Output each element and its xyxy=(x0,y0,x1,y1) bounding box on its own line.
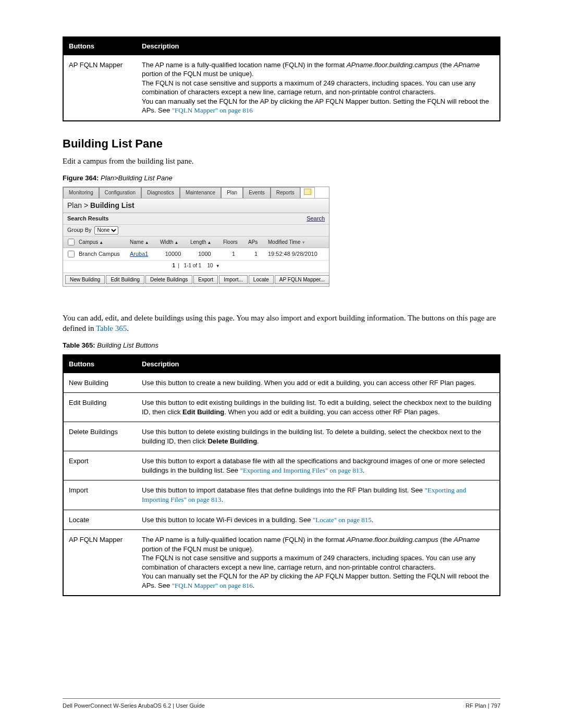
col-campus[interactable]: Campus▲ xyxy=(77,238,128,247)
text-italic: APname xyxy=(454,536,480,544)
tab-reports[interactable]: Reports xyxy=(271,187,300,198)
text-fragment: Use this button to locate Wi-Fi devices … xyxy=(142,516,313,524)
table-row: AP FQLN Mapper The AP name is a fully-qu… xyxy=(63,55,500,121)
figure-364-caption: Figure 364: Plan>Building List Pane xyxy=(63,174,500,183)
pager: 1 | 1-1 of 1 10 ▼ xyxy=(63,261,329,273)
table-row: Edit Building Use this button to edit ex… xyxy=(63,393,500,422)
text-fragment: . xyxy=(257,437,259,445)
section-intro: Edit a campus from the building list pan… xyxy=(63,156,500,166)
fqln-mapper-link[interactable]: "FQLN Mapper" on page 816 xyxy=(172,106,253,114)
cell-button-label: Delete Buildings xyxy=(63,422,137,451)
flag-icon xyxy=(304,189,311,195)
desc-fragment: The AP name is a fully-qualified locatio… xyxy=(142,61,347,69)
col-modified-time[interactable]: Modified Time▼ xyxy=(266,238,327,247)
text-fragment: The FQLN is not case sensitive and suppo… xyxy=(142,554,475,571)
text-fragment: . xyxy=(363,466,365,474)
page-title: Plan > Building List xyxy=(63,198,329,213)
plan-building-list-screenshot: Monitoring Configuration Diagnostics Mai… xyxy=(63,187,329,287)
footer-right: RF Plan | 797 xyxy=(466,702,500,710)
table-row: Export Use this button to export a datab… xyxy=(63,451,500,480)
tab-monitoring[interactable]: Monitoring xyxy=(63,187,99,198)
caption-italic: Plan>Building List Pane xyxy=(101,174,173,182)
cell-button-label: AP FQLN Mapper xyxy=(63,530,137,596)
cell-aps: 1 xyxy=(246,249,266,259)
table-row: Delete Buildings Use this button to dele… xyxy=(63,422,500,451)
locate-button[interactable]: Locate xyxy=(249,275,274,284)
table-row: Branch Campus Aruba1 10000 1000 1 1 19:5… xyxy=(63,248,329,261)
table-row: AP FQLN Mapper The AP name is a fully-qu… xyxy=(63,530,500,596)
cell-button-label: Import xyxy=(63,480,137,510)
tab-flag[interactable] xyxy=(300,187,315,198)
mid-paragraph: You can add, edit, and delete buildings … xyxy=(63,313,500,334)
import-button[interactable]: Import... xyxy=(219,275,248,284)
text-fragment: Use this button to delete existing build… xyxy=(142,428,481,445)
caption-bold: Figure 364: xyxy=(63,174,99,182)
sort-asc-icon: ▲ xyxy=(207,240,212,245)
tab-diagnostics[interactable]: Diagnostics xyxy=(141,187,180,198)
desc-fragment: portion of the FQLN must be unique). xyxy=(142,70,254,78)
group-by-select[interactable]: None xyxy=(94,226,118,235)
cell-modified: 19:52:48 9/28/2010 xyxy=(266,249,327,259)
pager-current: 1 xyxy=(172,263,175,268)
col-buttons: Buttons xyxy=(63,355,137,373)
chevron-down-icon[interactable]: ▼ xyxy=(214,264,219,268)
table-row: New Building Use this button to create a… xyxy=(63,373,500,393)
text-fragment: Use this button to import database files… xyxy=(142,486,425,494)
ap-fqln-mapper-button[interactable]: AP FQLN Mapper... xyxy=(275,275,329,284)
cell-floors: 1 xyxy=(221,249,246,259)
cell-description: Use this button to create a new building… xyxy=(137,373,500,393)
col-floors[interactable]: Floors xyxy=(221,238,246,247)
pager-page-size[interactable]: 10 xyxy=(207,263,213,268)
table-365-link[interactable]: Table 365 xyxy=(96,324,127,332)
cell-description: Use this button to delete existing build… xyxy=(137,422,500,451)
new-building-button[interactable]: New Building xyxy=(65,275,105,284)
col-aps[interactable]: APs xyxy=(246,238,266,247)
cell-description: Use this button to locate Wi-Fi devices … xyxy=(137,510,500,530)
tab-bar: Monitoring Configuration Diagnostics Mai… xyxy=(63,187,329,198)
col-length[interactable]: Length▲ xyxy=(188,238,221,247)
cell-name-link[interactable]: Aruba1 xyxy=(128,249,158,259)
caption-italic: Building List Buttons xyxy=(97,341,158,349)
text-bold: Edit Building xyxy=(182,408,224,416)
table-row: Import Use this button to import databas… xyxy=(63,480,500,510)
search-link[interactable]: Search xyxy=(307,215,325,223)
text-fragment: . xyxy=(253,582,255,589)
locate-link[interactable]: "Locate" on page 815 xyxy=(313,516,372,524)
cell-description: Use this button to edit existing buildin… xyxy=(137,393,500,422)
col-name[interactable]: Name▲ xyxy=(128,238,158,247)
text-bold: Delete Building xyxy=(207,437,257,445)
delete-buildings-button[interactable]: Delete Buildings xyxy=(145,275,192,284)
edit-building-button[interactable]: Edit Building xyxy=(106,275,144,284)
cell-length: 1000 xyxy=(188,249,221,259)
tab-configuration[interactable]: Configuration xyxy=(99,187,141,198)
select-all-checkbox[interactable] xyxy=(68,238,75,247)
tab-maintenance[interactable]: Maintenance xyxy=(180,187,221,198)
tab-plan[interactable]: Plan xyxy=(221,187,243,198)
pager-range: 1-1 of 1 xyxy=(183,263,201,268)
tab-events[interactable]: Events xyxy=(243,187,271,198)
row-checkbox[interactable] xyxy=(68,249,75,259)
cell-button-label: AP FQLN Mapper xyxy=(63,55,137,121)
col-description: Description xyxy=(137,355,500,373)
grid-header: Campus▲ Name▲ Width▲ Length▲ Floors APs … xyxy=(63,237,329,249)
export-button[interactable]: Export xyxy=(193,275,218,284)
sort-desc-icon: ▼ xyxy=(301,240,305,245)
desc-italic: APname.floor.building.campus xyxy=(347,61,438,69)
exporting-importing-link[interactable]: "Exporting and Importing Files" on page … xyxy=(240,466,363,474)
caption-bold: Table 365: xyxy=(63,341,95,349)
group-by-label: Group By xyxy=(67,226,91,234)
text-italic: APname.floor.building.campus xyxy=(347,536,438,544)
col-width[interactable]: Width▲ xyxy=(158,238,188,247)
cell-campus: Branch Campus xyxy=(77,249,128,259)
text-fragment: . xyxy=(127,324,129,332)
table-364-continued: Buttons Description AP FQLN Mapper The A… xyxy=(63,36,500,121)
cell-width: 10000 xyxy=(158,249,188,259)
fqln-mapper-link[interactable]: "FQLN Mapper" on page 816 xyxy=(172,582,253,589)
desc-italic: APname xyxy=(454,61,480,69)
table-365-caption: Table 365: Building List Buttons xyxy=(63,341,500,350)
cell-button-label: Locate xyxy=(63,510,137,530)
cell-description: Use this button to export a database fil… xyxy=(137,451,500,480)
col-description: Description xyxy=(137,37,500,55)
text-fragment: (the xyxy=(438,536,454,544)
button-bar: New Building Edit Building Delete Buildi… xyxy=(63,273,329,286)
